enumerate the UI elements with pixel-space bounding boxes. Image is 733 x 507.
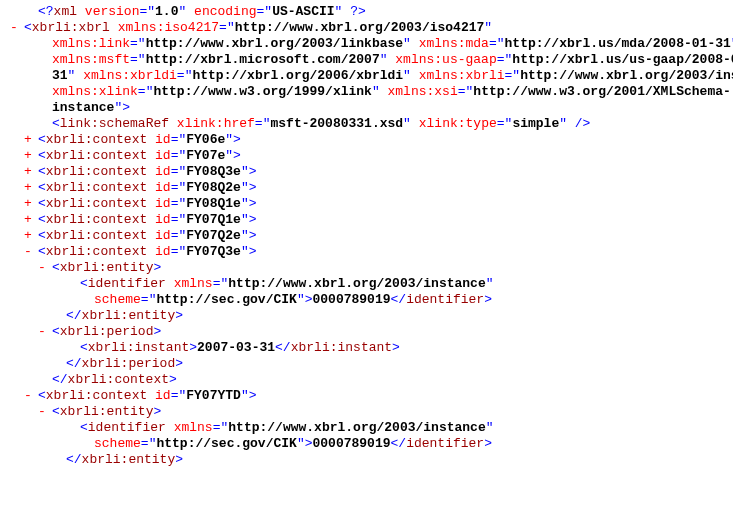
token-punct: >	[175, 356, 183, 371]
xml-line: -<xbrli:period>	[8, 324, 725, 340]
token-punct: <	[38, 196, 46, 211]
token-punct: <	[52, 324, 60, 339]
token-punct: <	[38, 132, 46, 147]
token-eq: =	[141, 436, 149, 451]
xml-line: -<xbrli:xbrl xmlns:iso4217="http://www.x…	[8, 20, 725, 36]
token-quote: "	[264, 4, 272, 19]
token-val: FY07Q3e	[186, 244, 241, 259]
xml-line: 31" xmlns:xbrldi="http://xbrl.org/2006/x…	[8, 68, 725, 84]
token-attr: xmlns:msft	[52, 52, 130, 67]
token-quote: "	[241, 388, 249, 403]
token-tag: xbrli:context	[46, 196, 155, 211]
token-punct: >	[153, 324, 161, 339]
collapse-icon[interactable]: -	[36, 324, 48, 340]
token-val: FY08Q1e	[186, 196, 241, 211]
collapse-icon[interactable]: -	[22, 244, 34, 260]
collapse-icon[interactable]: -	[36, 404, 48, 420]
token-quote: "	[559, 116, 567, 131]
token-tag: xbrli:context	[46, 244, 155, 259]
xml-line: </xbrli:entity>	[8, 308, 725, 324]
token-punct: >	[392, 340, 400, 355]
token-val: http://xbrl.org/2006/xbrldi	[192, 68, 403, 83]
token-attr: id	[155, 196, 171, 211]
token-attr: xmlns:link	[52, 36, 130, 51]
token-val: instance	[52, 100, 114, 115]
token-val: FY06e	[186, 132, 225, 147]
token-quote: "	[297, 292, 305, 307]
token-punct: >	[249, 180, 257, 195]
token-attr: id	[155, 164, 171, 179]
xml-line: +<xbrli:context id="FY07Q1e">	[8, 212, 725, 228]
expand-icon[interactable]: +	[22, 196, 34, 212]
token-attr: xmlns:mda	[411, 36, 489, 51]
token-tag: identifier	[406, 292, 484, 307]
token-punct: >	[169, 372, 177, 387]
token-val: FY07Q2e	[186, 228, 241, 243]
expand-icon[interactable]: +	[22, 148, 34, 164]
token-attr: xmlns	[174, 276, 213, 291]
token-quote: "	[241, 228, 249, 243]
expand-icon[interactable]: +	[22, 164, 34, 180]
expand-icon[interactable]: +	[22, 212, 34, 228]
token-punct: <	[38, 148, 46, 163]
xml-line: -<xbrli:context id="FY07Q3e">	[8, 244, 725, 260]
token-val: http://www.w3.org/1999/xlink	[153, 84, 371, 99]
token-val: FY08Q3e	[186, 164, 241, 179]
xml-line: <identifier xmlns="http://www.xbrl.org/2…	[8, 420, 725, 436]
token-punct: >	[484, 292, 492, 307]
token-quote: "	[486, 276, 494, 291]
token-punct: </	[52, 372, 68, 387]
token-tag: xbrli:context	[46, 180, 155, 195]
token-punct: <	[80, 340, 88, 355]
token-tag: xbrli:entity	[82, 452, 176, 467]
token-tag: link:schemaRef	[60, 116, 177, 131]
token-punct: >	[249, 244, 257, 259]
token-tag: xbrli:entity	[82, 308, 176, 323]
token-quote: "	[241, 244, 249, 259]
token-punct: <	[24, 20, 32, 35]
token-eq: =	[219, 20, 227, 35]
token-txt: 2007-03-31	[197, 340, 275, 355]
token-quote: "	[497, 36, 505, 51]
expand-icon[interactable]: +	[22, 132, 34, 148]
token-val: 1.0	[155, 4, 178, 19]
token-attr: scheme	[94, 436, 141, 451]
token-attr: xlink:type	[411, 116, 497, 131]
token-attr: encoding	[186, 4, 256, 19]
token-attr: id	[155, 244, 171, 259]
token-tag: xbrli:period	[60, 324, 154, 339]
token-attr: scheme	[94, 292, 141, 307]
token-val: FY07e	[186, 148, 225, 163]
token-eq: =	[458, 84, 466, 99]
token-punct: >	[249, 228, 257, 243]
xml-line: <identifier xmlns="http://www.xbrl.org/2…	[8, 276, 725, 292]
xml-line: scheme="http://sec.gov/CIK">0000789019</…	[8, 436, 725, 452]
expand-icon[interactable]: +	[22, 228, 34, 244]
token-val: http://www.xbrl.org/2003/instance	[228, 420, 485, 435]
token-eq: =	[130, 52, 138, 67]
token-tag: xbrli:context	[46, 212, 155, 227]
token-tag: xbrli:context	[46, 132, 155, 147]
token-attr: id	[155, 148, 171, 163]
xml-line: xmlns:xlink="http://www.w3.org/1999/xlin…	[8, 84, 725, 100]
token-punct: >	[175, 452, 183, 467]
expand-icon[interactable]: +	[22, 180, 34, 196]
token-punct: >	[305, 292, 313, 307]
token-tag: xbrli:context	[46, 148, 155, 163]
token-attr: id	[155, 212, 171, 227]
collapse-icon[interactable]: -	[36, 260, 48, 276]
token-quote: "	[227, 20, 235, 35]
xml-line: +<xbrli:context id="FY08Q3e">	[8, 164, 725, 180]
token-quote: "	[484, 20, 492, 35]
collapse-icon[interactable]: -	[22, 388, 34, 404]
xml-line: -<xbrli:entity>	[8, 404, 725, 420]
token-punct: >	[233, 132, 241, 147]
token-val: FY08Q2e	[186, 180, 241, 195]
token-punct: <	[38, 212, 46, 227]
token-attr: xmlns:iso4217	[118, 20, 219, 35]
token-punct: </	[66, 452, 82, 467]
xml-line: xmlns:link="http://www.xbrl.org/2003/lin…	[8, 36, 725, 52]
collapse-icon[interactable]: -	[8, 20, 20, 36]
xml-line: <xbrli:instant>2007-03-31</xbrli:instant…	[8, 340, 725, 356]
token-txt: 0000789019	[313, 292, 391, 307]
